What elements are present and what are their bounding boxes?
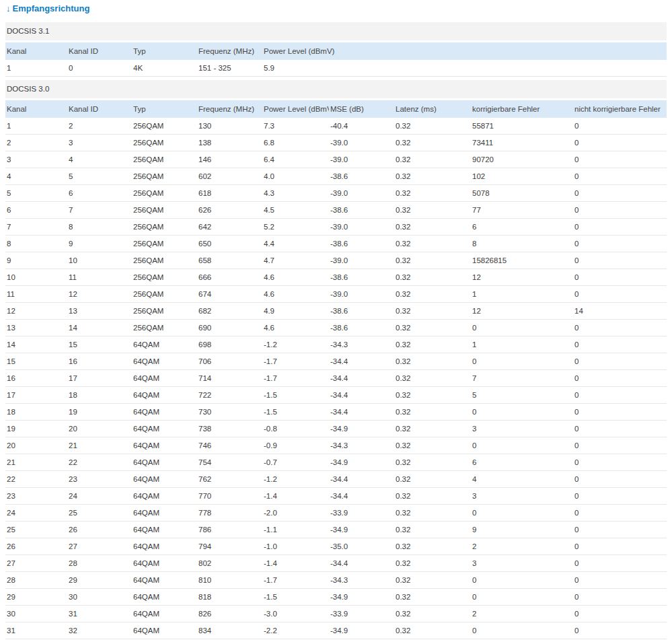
table-cell: 0 <box>573 370 667 387</box>
table-cell: 64QAM <box>132 336 197 353</box>
table-row: 321256QAM1148.1-40.90.3289230 <box>5 639 667 644</box>
table-cell: -1.5 <box>262 589 329 606</box>
table-row: 171864QAM722-1.5-34.40.3250 <box>5 387 667 404</box>
table-cell: 826 <box>197 606 262 622</box>
table-cell: 77 <box>471 202 573 219</box>
table-cell: 16 <box>5 370 67 387</box>
table-cell: 0.32 <box>394 151 471 168</box>
table-cell: 0.32 <box>394 303 471 320</box>
table-cell: 0 <box>573 538 667 555</box>
table-cell: 64QAM <box>132 622 197 639</box>
column-header: nicht korrigierbare Fehler <box>573 100 667 118</box>
table-cell: 0 <box>573 488 667 505</box>
table-cell: 0 <box>573 336 667 353</box>
table-cell: 8 <box>471 236 573 252</box>
table-row: 303164QAM826-3.0-33.90.3220 <box>5 606 667 622</box>
table-cell: 256QAM <box>132 219 197 236</box>
table-cell: 9 <box>67 236 132 252</box>
table-cell: 21 <box>5 454 67 471</box>
table-cell: -1.4 <box>262 488 329 505</box>
column-header: Frequenz (MHz) <box>197 42 262 60</box>
table-cell: 17 <box>5 387 67 404</box>
table-row: 313264QAM834-2.2-34.90.3200 <box>5 622 667 639</box>
table-cell: 0 <box>573 219 667 236</box>
table-cell: 0.32 <box>394 219 471 236</box>
table-cell: 770 <box>197 488 262 505</box>
table-cell: 3 <box>471 555 573 572</box>
table-cell: 7 <box>471 370 573 387</box>
table-cell: 15 <box>5 353 67 370</box>
table-cell: 746 <box>197 437 262 454</box>
table-cell: -34.9 <box>329 421 394 437</box>
table-cell: 256QAM <box>132 269 197 286</box>
table-cell: 0 <box>573 454 667 471</box>
table-row: 12256QAM1307.3-40.40.32558710 <box>5 118 667 135</box>
table-row: 222364QAM762-1.2-34.40.3240 <box>5 471 667 488</box>
table-cell: -34.4 <box>329 387 394 404</box>
table-cell: 5 <box>5 185 67 202</box>
table-cell: 722 <box>197 387 262 404</box>
table-cell: 64QAM <box>132 353 197 370</box>
table-cell: 0 <box>471 404 573 421</box>
table-cell: 2 <box>471 538 573 555</box>
table-cell: 1 <box>5 118 67 135</box>
table-header-row: KanalKanal IDTypFrequenz (MHz)Power Leve… <box>5 100 667 118</box>
table-cell: 0 <box>471 505 573 522</box>
table-cell: -34.4 <box>329 353 394 370</box>
table-cell: 2 <box>67 118 132 135</box>
table-cell: 16 <box>67 353 132 370</box>
table-cell: 1 <box>5 60 67 77</box>
empfangsrichtung-link[interactable]: ↓Empfangsrichtung <box>6 3 667 14</box>
table-cell: 256QAM <box>132 639 197 644</box>
table-cell: 0 <box>573 555 667 572</box>
table-cell: 22 <box>67 454 132 471</box>
table-cell: 64QAM <box>132 606 197 622</box>
table-cell: 10 <box>67 252 132 269</box>
table-cell: 4.9 <box>262 303 329 320</box>
table-cell: 64QAM <box>132 555 197 572</box>
table-cell: -39.0 <box>329 151 394 168</box>
table-row: 293064QAM818-1.5-34.90.3200 <box>5 589 667 606</box>
table-cell: 650 <box>197 236 262 252</box>
table-cell: 4 <box>67 151 132 168</box>
table-cell: -39.0 <box>329 252 394 269</box>
table-cell: 0.32 <box>394 437 471 454</box>
table-cell: 64QAM <box>132 488 197 505</box>
table-row: 252664QAM786-1.1-34.90.3290 <box>5 522 667 538</box>
table-cell: -1.5 <box>262 387 329 404</box>
table-cell: 23 <box>67 471 132 488</box>
table-cell: 64QAM <box>132 522 197 538</box>
table-cell: -38.6 <box>329 320 394 336</box>
table-cell: -2.0 <box>262 505 329 522</box>
docsis-31-table: KanalKanal IDTypFrequenz (MHz)Power Leve… <box>5 42 667 77</box>
table-cell: 102 <box>471 168 573 185</box>
table-cell: 5.2 <box>262 219 329 236</box>
table-row: 232464QAM770-1.4-34.40.3230 <box>5 488 667 505</box>
table-cell: 10 <box>5 269 67 286</box>
column-header: Kanal <box>5 42 67 60</box>
table-cell: 674 <box>197 286 262 303</box>
table-cell: 3 <box>471 421 573 437</box>
table-cell: 5.9 <box>262 60 667 77</box>
table-cell: 0 <box>573 572 667 589</box>
table-header-row: KanalKanal IDTypFrequenz (MHz)Power Leve… <box>5 42 667 60</box>
section-heading-docsis-31: DOCSIS 3.1 <box>5 22 667 40</box>
table-cell: 256QAM <box>132 135 197 151</box>
table-cell: 738 <box>197 421 262 437</box>
table-cell: 19 <box>5 421 67 437</box>
table-cell: 0.32 <box>394 639 471 644</box>
table-cell: 130 <box>197 118 262 135</box>
table-cell: 2 <box>471 606 573 622</box>
table-row: 67256QAM6264.5-38.60.32770 <box>5 202 667 219</box>
table-row: 212264QAM754-0.7-34.90.3260 <box>5 454 667 471</box>
table-cell: 0.32 <box>394 320 471 336</box>
table-cell: 73411 <box>471 135 573 151</box>
table-cell: -33.9 <box>329 606 394 622</box>
table-cell: 0 <box>573 135 667 151</box>
table-cell: 3 <box>5 151 67 168</box>
table-cell: 0.32 <box>394 185 471 202</box>
table-cell: 31 <box>67 606 132 622</box>
table-cell: -39.0 <box>329 286 394 303</box>
table-cell: 20 <box>67 421 132 437</box>
table-cell: 698 <box>197 336 262 353</box>
